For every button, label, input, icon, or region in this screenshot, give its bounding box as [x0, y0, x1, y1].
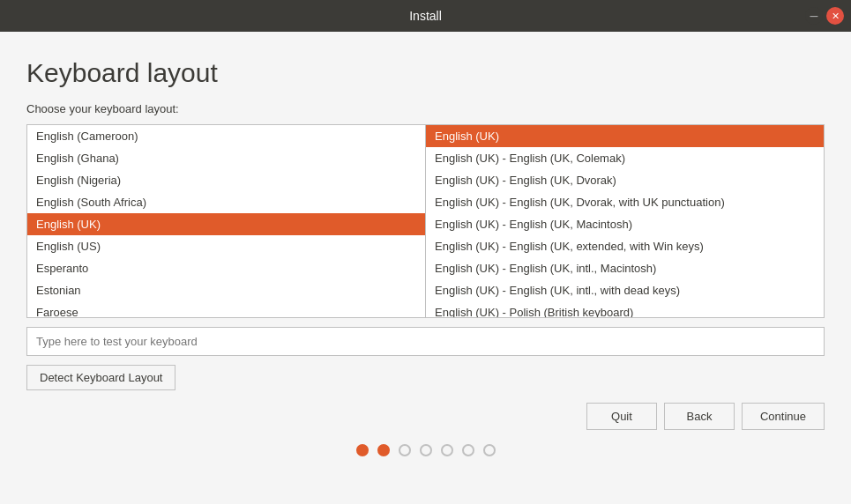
progress-dot	[462, 444, 474, 456]
list-item[interactable]: English (UK) - English (UK, Dvorak)	[426, 169, 824, 191]
detect-keyboard-button[interactable]: Detect Keyboard Layout	[26, 365, 175, 390]
list-item[interactable]: English (Ghana)	[27, 147, 425, 169]
list-item[interactable]: English (Cameroon)	[27, 125, 425, 147]
progress-dot	[399, 444, 411, 456]
progress-dot	[483, 444, 496, 456]
list-item[interactable]: English (UK) - English (UK, Macintosh)	[426, 213, 824, 235]
titlebar: Install – ✕	[0, 0, 851, 32]
quit-button[interactable]: Quit	[586, 403, 657, 430]
list-item[interactable]: Esperanto	[27, 257, 425, 279]
minimize-button[interactable]: –	[805, 7, 823, 25]
close-button[interactable]: ✕	[826, 7, 844, 25]
progress-dot	[420, 444, 432, 456]
test-input-wrapper	[26, 327, 825, 356]
detect-button-wrapper: Detect Keyboard Layout	[26, 356, 825, 390]
progress-dot	[377, 444, 390, 456]
main-content: Keyboard layout Choose your keyboard lay…	[0, 32, 851, 504]
list-item[interactable]: English (UK) - English (UK, extended, wi…	[426, 235, 824, 257]
list-item[interactable]: English (Nigeria)	[27, 169, 425, 191]
list-item[interactable]: English (US)	[27, 235, 425, 257]
right-list[interactable]: English (UK)English (UK) - English (UK, …	[425, 124, 825, 318]
continue-button[interactable]: Continue	[742, 403, 825, 430]
bottom-navigation: Quit Back Continue	[26, 403, 825, 430]
back-button[interactable]: Back	[664, 403, 735, 430]
list-item[interactable]: English (UK) - Polish (British keyboard)	[426, 301, 824, 318]
list-item[interactable]: English (UK)	[426, 125, 824, 147]
subtitle: Choose your keyboard layout:	[26, 102, 825, 115]
list-item[interactable]: English (UK) - English (UK, Colemak)	[426, 147, 824, 169]
list-item[interactable]: Estonian	[27, 279, 425, 301]
left-list[interactable]: English (Cameroon)English (Ghana)English…	[26, 124, 425, 318]
progress-dots	[26, 444, 825, 471]
titlebar-controls: – ✕	[805, 7, 844, 25]
list-item[interactable]: English (UK) - English (UK, Dvorak, with…	[426, 191, 824, 213]
keyboard-lists: English (Cameroon)English (Ghana)English…	[26, 124, 825, 318]
keyboard-test-input[interactable]	[26, 327, 825, 356]
list-item[interactable]: English (South Africa)	[27, 191, 425, 213]
list-item[interactable]: English (UK) - English (UK, intl., Macin…	[426, 257, 824, 279]
list-item[interactable]: English (UK) - English (UK, intl., with …	[426, 279, 824, 301]
list-item[interactable]: Faroese	[27, 301, 425, 318]
page-title: Keyboard layout	[26, 58, 825, 88]
list-item[interactable]: English (UK)	[27, 213, 425, 235]
progress-dot	[356, 444, 369, 456]
titlebar-title: Install	[409, 9, 442, 23]
progress-dot	[441, 444, 453, 456]
